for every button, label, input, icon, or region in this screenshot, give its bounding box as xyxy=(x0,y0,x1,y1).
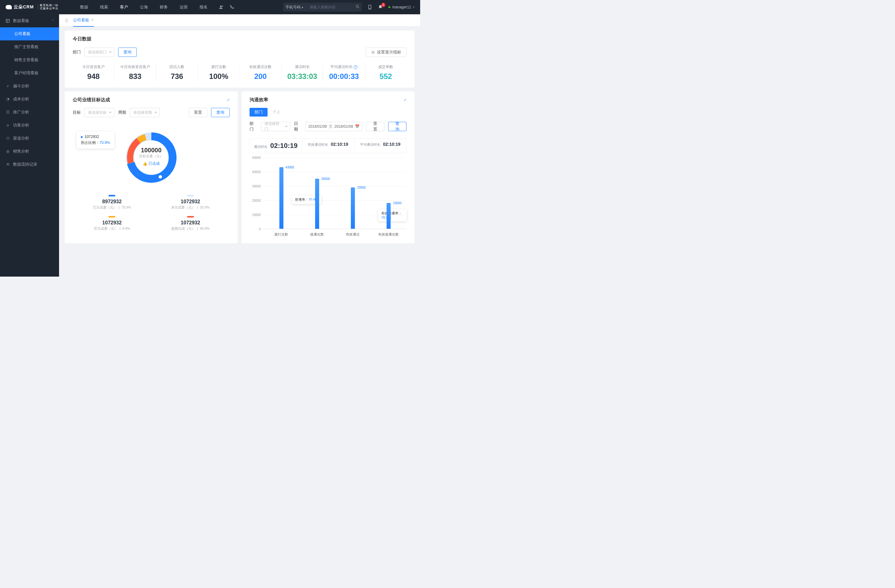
sidebar-item[interactable]: 客户经理看板 xyxy=(0,67,59,80)
summary-cell: 平均通话时长02:10:19 xyxy=(354,139,406,153)
dept-label: 部门 xyxy=(73,49,81,55)
comm-card: 沟通效率 ⤢ 部门个人 部门 请选择部门 日期 2018/01/08 至 201… xyxy=(241,91,414,243)
menu-icon: ⟲ xyxy=(6,162,10,167)
brand-text: 云朵CRM xyxy=(14,5,34,10)
pill-tab[interactable]: 个人 xyxy=(268,108,285,117)
svg-point-5 xyxy=(373,52,373,53)
menu-icon: ◎ xyxy=(6,149,10,153)
bar-chart: 01000020000300004000050000 接通率：70.9% 有效接… xyxy=(250,158,407,238)
date-label: 日期 xyxy=(294,121,302,132)
comm-reset-button[interactable]: 重置 xyxy=(366,122,384,131)
goal-query-button[interactable]: 查询 xyxy=(211,108,230,117)
legend-item: 1072932未完成量（元） | 20.9% xyxy=(151,192,230,213)
stat-cell: 今日有效首咨客户833 xyxy=(114,63,156,82)
nav-item[interactable]: 运营 xyxy=(180,5,188,10)
chevron-up-icon: ˄ xyxy=(52,19,53,23)
sidebar: 数据看板 ˄ 公司看板推广主管看板销售主管看板客户经理看板 ▿漏斗分析◔成本分析… xyxy=(0,14,59,277)
nav-item[interactable]: 客户 xyxy=(120,5,128,10)
menu-icon: ⚇ xyxy=(6,136,10,141)
donut-tooltip: 1072932 所占比例：70.9% xyxy=(76,132,114,149)
comm-dept-label: 部门 xyxy=(250,121,257,132)
sidebar-item[interactable]: ◔成本分析 xyxy=(0,92,59,106)
stat-cell: 通话时长03:33:03 xyxy=(282,63,323,82)
nav-item[interactable]: 财务 xyxy=(160,5,168,10)
sidebar-item[interactable]: ⚇渠道分析 xyxy=(0,132,59,145)
bar xyxy=(387,203,391,229)
legend-item: 1072932应完成量（元） | 8.9% xyxy=(73,213,151,234)
target-label: 目标 xyxy=(73,110,81,115)
sidebar-item[interactable]: ◎销售分析 xyxy=(0,145,59,158)
goal-card: 公司业绩目标达成 ⤢ 目标 请选择目标 周期 请选择周期 重置 查询 10729… xyxy=(65,91,238,243)
nav-item[interactable]: 数据 xyxy=(80,5,88,10)
target-select[interactable]: 请选择目标 xyxy=(85,108,114,117)
bar xyxy=(315,179,319,229)
chart-tooltip-2: 有效接通率：70.9% xyxy=(378,209,407,221)
expand-icon[interactable]: ⤢ xyxy=(404,98,407,102)
goal-reset-button[interactable]: 重置 xyxy=(189,108,207,117)
today-query-button[interactable]: 查询 xyxy=(118,47,137,57)
bar xyxy=(279,167,284,229)
expand-icon[interactable]: ⤢ xyxy=(227,98,230,102)
search-input[interactable] xyxy=(306,5,353,9)
sidebar-group-dashboard[interactable]: 数据看板 ˄ xyxy=(0,14,59,27)
nav-item[interactable]: 线索 xyxy=(100,5,108,10)
thumb-up-icon: 👍 xyxy=(143,161,147,166)
bell-icon[interactable]: 5 xyxy=(378,5,383,10)
goal-title: 公司业绩目标达成 xyxy=(73,97,110,103)
settings-button[interactable]: 设置显示指标 xyxy=(366,47,407,57)
stat-cell: 拨打次数100% xyxy=(198,63,240,82)
search-button[interactable] xyxy=(353,5,362,10)
comm-dept-select[interactable]: 请选择部门 xyxy=(261,122,290,131)
legend-item: 1072932超额完成（元） | 89.9% xyxy=(151,213,230,234)
search-type-select[interactable]: 手机号码 ▾ xyxy=(283,5,306,10)
svg-point-3 xyxy=(370,8,370,8)
stat-cell: 成交单数552 xyxy=(365,63,407,82)
stat-cell: 今日首咨客户948 xyxy=(73,63,114,82)
menu-icon: ☷ xyxy=(6,110,10,114)
brand-subtitle: 教育机构一站 式服务云平台 xyxy=(38,4,58,10)
tab-company-board[interactable]: 公司看板 ✕ xyxy=(73,14,94,27)
comm-title: 沟通效率 xyxy=(250,97,268,103)
donut-center: 100000 目标总量（元） 👍已达成 xyxy=(139,147,163,166)
sidebar-item[interactable]: ⟲数据流转记录 xyxy=(0,158,59,171)
sidebar-item[interactable]: ☺访客分析 xyxy=(0,119,59,132)
date-range-input[interactable]: 2018/01/08 至 2018/01/08 📅 xyxy=(305,122,363,131)
user-add-icon[interactable] xyxy=(219,5,224,10)
close-icon[interactable]: ✕ xyxy=(91,18,94,22)
tab-bar: ☰ 公司看板 ✕ xyxy=(59,14,420,27)
sidebar-item[interactable]: 销售主管看板 xyxy=(0,53,59,67)
gear-icon xyxy=(371,50,375,55)
period-select[interactable]: 请选择周期 xyxy=(130,108,160,117)
legend-item: 8972932已完成量（元） | 70.9% xyxy=(73,192,151,213)
stat-cell: 回访人数736 xyxy=(156,63,198,82)
period-label: 周期 xyxy=(118,110,126,115)
sidebar-item[interactable]: 公司看板 xyxy=(0,27,59,40)
dept-select[interactable]: 请选择部门 xyxy=(85,47,114,57)
info-icon: ? xyxy=(353,65,357,69)
phone-icon[interactable] xyxy=(229,5,234,10)
search-box: 手机号码 ▾ xyxy=(283,3,362,12)
top-header: 云朵CRM 教育机构一站 式服务云平台 数据线索客户公海财务运营报名 手机号码 … xyxy=(0,0,420,14)
menu-icon: ◔ xyxy=(6,97,10,101)
sidebar-item[interactable]: ▿漏斗分析 xyxy=(0,80,59,92)
today-title: 今日数据 xyxy=(73,36,407,42)
brand-logo: 云朵CRM 教育机构一站 式服务云平台 xyxy=(6,4,58,10)
bar xyxy=(351,187,355,229)
nav-item[interactable]: 公海 xyxy=(140,5,148,10)
mobile-icon[interactable] xyxy=(367,5,372,10)
stat-cell: 有效通话次数200 xyxy=(240,63,282,82)
comm-query-button[interactable]: 查询 xyxy=(388,122,407,131)
sidebar-item[interactable]: 推广主管看板 xyxy=(0,40,59,53)
sidebar-item[interactable]: ☷推广分析 xyxy=(0,106,59,119)
today-card: 今日数据 部门 请选择部门 查询 设置显示指标 今日首咨客户948今日有效首咨客… xyxy=(65,30,414,88)
stat-cell: 平均通话时长?00:00:33 xyxy=(323,63,365,82)
svg-rect-4 xyxy=(6,19,10,23)
nav-item[interactable]: 报名 xyxy=(200,5,208,10)
user-menu[interactable]: manager11 ▾ xyxy=(388,5,414,9)
cloud-icon xyxy=(6,5,12,9)
hamburger-icon[interactable]: ☰ xyxy=(65,18,69,23)
online-dot-icon xyxy=(388,6,390,8)
pill-tab[interactable]: 部门 xyxy=(250,108,268,117)
svg-point-0 xyxy=(220,6,221,7)
calendar-icon: 📅 xyxy=(355,124,360,129)
